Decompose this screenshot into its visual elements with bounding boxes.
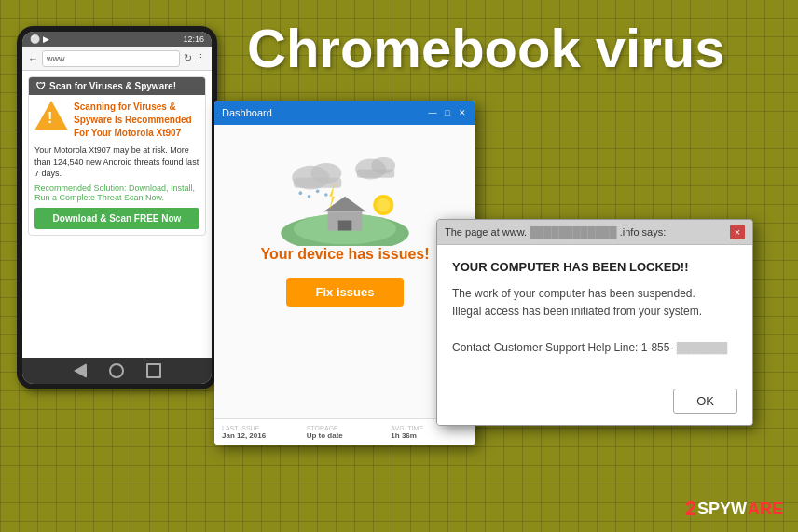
alert-body: YOUR COMPUTER HAS BEEN LOCKED!! The work… [437, 245, 752, 381]
watermark-spy: SPYW [697, 499, 747, 519]
scan-body-text: Your Motorola Xt907 may be at risk. More… [34, 144, 200, 180]
alert-message: The work of your computer has been suspe… [452, 285, 737, 357]
footer-value-2: Up to date [307, 431, 384, 440]
minimize-button[interactable]: — [427, 107, 438, 118]
alert-heading: YOUR COMPUTER HAS BEEN LOCKED!! [452, 260, 737, 274]
scan-recommended-text: Recommended Solution: Download, Install,… [34, 184, 200, 202]
svg-point-6 [299, 191, 303, 195]
phone-screen: ⚪ ▶ 12:16 ← www. ↻ ⋮ 🛡 Scan for Viruses … [22, 32, 212, 384]
phone-status-bar: ⚪ ▶ 12:16 [22, 32, 212, 47]
close-window-button[interactable]: ✕ [457, 107, 468, 118]
issues-text: Your device has issues! [260, 246, 429, 263]
alert-title: The page at www. ████████████ .info says… [445, 226, 666, 238]
watermark: 2 SPYW ARE [685, 497, 783, 521]
alert-close-button[interactable]: × [730, 225, 745, 239]
refresh-icon[interactable]: ↻ [184, 52, 192, 64]
alert-contact: Contact Customer Support Help Line: 1-85… [452, 339, 737, 357]
footer-label-2: STORAGE [307, 425, 384, 431]
browser-url-bar[interactable]: www. [42, 50, 180, 67]
shield-icon: 🛡 [36, 81, 46, 91]
scan-popup: 🛡 Scan for Viruses & Spyware! ! Scanning… [28, 76, 206, 236]
url-text: www. [47, 54, 67, 63]
menu-icon[interactable]: ⋮ [196, 52, 206, 64]
footer-value-3: 1h 36m [391, 431, 468, 440]
scan-popup-body: ! Scanning for Viruses & Spyware Is Reco… [29, 95, 205, 235]
recents-nav-button[interactable] [146, 363, 161, 378]
alert-dialog: The page at www. ████████████ .info says… [436, 219, 753, 426]
android-status-icons: ⚪ ▶ [30, 34, 49, 44]
window-title: Dashboard [222, 107, 272, 118]
phone-browser-bar: ← www. ↻ ⋮ [22, 47, 212, 71]
svg-point-7 [308, 195, 311, 198]
home-nav-button[interactable] [109, 363, 124, 378]
alert-message-line2: Illegal access has been initiated from y… [452, 303, 737, 321]
svg-marker-13 [323, 197, 366, 212]
scan-popup-header: 🛡 Scan for Viruses & Spyware! [29, 77, 205, 95]
page-title: Chromebook virus [247, 17, 724, 79]
scan-popup-title: Scan for Viruses & Spyware! [49, 81, 176, 91]
alert-message-line1: The work of your computer has been suspe… [452, 285, 737, 303]
svg-rect-5 [357, 170, 394, 178]
svg-point-9 [324, 193, 328, 197]
svg-point-16 [377, 198, 391, 212]
footer-value-1: Jan 12, 2016 [222, 431, 299, 440]
scan-warning-row: ! Scanning for Viruses & Spyware Is Reco… [34, 101, 200, 140]
watermark-2: 2 [685, 497, 696, 521]
footer-label-3: AVG. TIME [391, 425, 468, 431]
device-issues-illustration [270, 143, 420, 246]
phone-navbar [22, 358, 212, 384]
scan-download-button[interactable]: Download & Scan FREE Now [34, 208, 200, 229]
footer-col-1: LAST ISSUE Jan 12, 2016 [222, 425, 299, 440]
mobile-phone: ⚪ ▶ 12:16 ← www. ↻ ⋮ 🛡 Scan for Viruses … [17, 26, 217, 389]
maximize-button[interactable]: □ [442, 107, 453, 118]
back-icon[interactable]: ← [28, 53, 38, 64]
svg-rect-2 [294, 178, 341, 188]
window-titlebar: Dashboard — □ ✕ [214, 101, 475, 125]
fix-issues-button[interactable]: Fix issues [286, 278, 405, 307]
alert-ok-button[interactable]: OK [673, 389, 737, 414]
scan-warning-text: Scanning for Viruses & Spyware Is Recomm… [74, 101, 200, 140]
back-nav-button[interactable] [74, 363, 87, 378]
phone-content: 🛡 Scan for Viruses & Spyware! ! Scanning… [22, 71, 212, 358]
watermark-are: ARE [748, 499, 783, 519]
warning-triangle-icon: ! [34, 101, 68, 130]
footer-col-2: STORAGE Up to date [307, 425, 384, 440]
footer-label-1: LAST ISSUE [222, 425, 299, 431]
alert-footer: OK [437, 381, 752, 425]
warning-exclaim-icon: ! [48, 110, 52, 127]
alert-titlebar: The page at www. ████████████ .info says… [437, 220, 752, 245]
footer-col-3: AVG. TIME 1h 36m [391, 425, 468, 440]
window-controls: — □ ✕ [427, 107, 468, 118]
svg-point-8 [316, 190, 320, 194]
svg-rect-14 [338, 221, 352, 231]
phone-time: 12:16 [183, 34, 204, 44]
